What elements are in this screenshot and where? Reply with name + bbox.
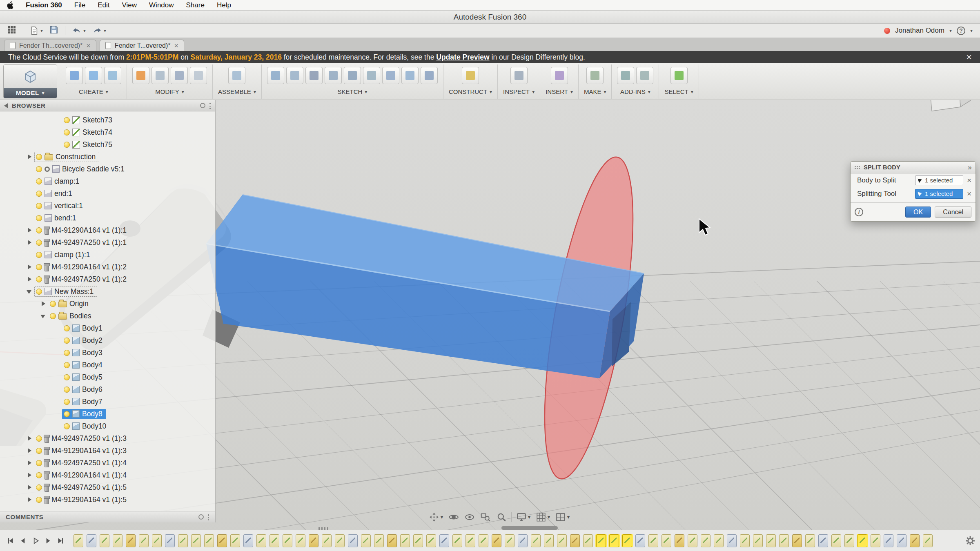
visibility-bulb-icon[interactable] <box>50 313 56 319</box>
ok-button[interactable]: OK <box>905 207 931 218</box>
expand-arrow-icon[interactable] <box>26 447 33 454</box>
sketch-tool-icon[interactable] <box>286 67 303 84</box>
insert-tool-icon[interactable] <box>551 67 568 84</box>
construction-feature-icon[interactable] <box>309 534 318 547</box>
visibility-bulb-icon[interactable] <box>36 203 42 209</box>
browser-item-m4-91290a164-v1-1-4[interactable]: M4-91290A164 v1 (1):4 <box>0 469 215 481</box>
skip-start-icon[interactable] <box>5 535 16 546</box>
browser-item-end-1[interactable]: end:1 <box>0 187 215 200</box>
browser-item-clamp-1[interactable]: clamp:1 <box>0 175 215 187</box>
sketch-feature-icon[interactable] <box>479 534 488 547</box>
sketch-feature-icon[interactable] <box>283 534 292 547</box>
browser-item-m4-91290a164-v1-1-2[interactable]: M4-91290A164 v1 (1):2 <box>0 261 215 273</box>
ribbon-group-label[interactable]: SKETCH <box>337 88 362 95</box>
browser-item-new-mass-1[interactable]: New Mass:1 <box>0 285 215 298</box>
close-tab-icon[interactable]: × <box>174 42 179 49</box>
visibility-bulb-icon[interactable] <box>36 252 42 258</box>
browser-item-body2[interactable]: Body2 <box>0 334 215 347</box>
visibility-bulb-icon[interactable] <box>36 240 42 246</box>
visibility-bulb-icon[interactable] <box>50 301 56 307</box>
modeling-feature-icon[interactable] <box>518 534 528 547</box>
collapse-panel-icon[interactable] <box>4 103 8 108</box>
visibility-bulb-icon[interactable] <box>64 129 70 136</box>
visibility-bulb-icon[interactable] <box>64 362 70 368</box>
sketch-tool-icon[interactable] <box>363 67 380 84</box>
visibility-bulb-icon[interactable] <box>36 178 42 184</box>
panel-grip-icon[interactable] <box>209 102 211 109</box>
sketch-feature-icon[interactable] <box>779 534 789 547</box>
panel-grip-icon[interactable] <box>207 514 209 520</box>
expand-arrow-icon[interactable] <box>26 264 33 271</box>
sketch-feature-icon[interactable] <box>361 534 371 547</box>
modify-tool-icon[interactable] <box>151 67 169 84</box>
expand-arrow-icon[interactable] <box>26 153 33 160</box>
visibility-bulb-icon[interactable] <box>36 264 42 270</box>
menu-share[interactable]: Share <box>186 1 205 9</box>
browser-item-body8[interactable]: Body8 <box>0 408 215 420</box>
modeling-feature-icon[interactable] <box>884 534 893 547</box>
info-icon[interactable]: i <box>855 208 863 216</box>
browser-item-body5[interactable]: Body5 <box>0 371 215 383</box>
sketch-feature-icon[interactable] <box>688 534 697 547</box>
document-tab[interactable]: Fender T...overed)*× <box>100 40 184 51</box>
panel-options-icon[interactable] <box>200 103 205 108</box>
expand-arrow-icon[interactable] <box>26 460 33 467</box>
modeling-feature-icon[interactable] <box>635 534 645 547</box>
browser-header[interactable]: BROWSER <box>0 100 215 111</box>
visibility-bulb-icon[interactable] <box>64 350 70 356</box>
browser-item-body10[interactable]: Body10 <box>0 420 215 432</box>
ribbon-group-label[interactable]: ASSEMBLE <box>218 88 251 95</box>
menu-file[interactable]: File <box>74 1 85 9</box>
browser-item-sketch75[interactable]: Sketch75 <box>0 138 215 151</box>
visibility-bulb-icon[interactable] <box>36 472 42 478</box>
comments-bar[interactable]: COMMENTS <box>0 511 215 522</box>
sketch-feature-icon[interactable] <box>557 534 567 547</box>
expand-arrow-icon[interactable] <box>26 435 33 442</box>
visibility-bulb-icon[interactable] <box>36 448 42 454</box>
visibility-bulb-icon[interactable] <box>64 423 70 429</box>
sketch-feature-icon[interactable] <box>740 534 750 547</box>
browser-item-m4-91290a164-v1-1-1[interactable]: M4-91290A164 v1 (1):1 <box>0 224 215 236</box>
sketch-feature-icon[interactable] <box>204 534 214 547</box>
sketch-tool-icon[interactable] <box>305 67 323 84</box>
browser-item-sketch73[interactable]: Sketch73 <box>0 114 215 126</box>
document-tab[interactable]: Fender Th...covered)*× <box>4 40 96 51</box>
browser-item-body4[interactable]: Body4 <box>0 359 215 371</box>
assemble-tool-icon[interactable] <box>228 67 245 84</box>
highlighted-feature-icon[interactable] <box>622 534 632 547</box>
step-back-icon[interactable] <box>18 535 28 546</box>
close-banner-icon[interactable]: × <box>966 51 972 63</box>
timeline-scrollbar[interactable] <box>501 526 558 530</box>
dialog-title-bar[interactable]: SPLIT BODY » <box>851 162 976 173</box>
pan-icon[interactable]: ▾ <box>428 511 444 523</box>
display-settings-icon[interactable]: ▾ <box>515 511 531 523</box>
clear-selection-icon[interactable]: × <box>967 176 971 184</box>
expand-arrow-icon[interactable] <box>26 227 33 234</box>
collapse-arrow-icon[interactable] <box>26 288 33 295</box>
sketch-feature-icon[interactable] <box>701 534 710 547</box>
sketch-feature-icon[interactable] <box>466 534 475 547</box>
browser-item-bicycle-saddle-v5-1[interactable]: Bicycle Saddle v5:1 <box>0 163 215 175</box>
visibility-bulb-icon[interactable] <box>36 191 42 197</box>
visibility-bulb-icon[interactable] <box>64 411 70 417</box>
panel-options-icon[interactable] <box>198 514 204 520</box>
browser-item-m4-92497a250-v1-1-3[interactable]: M4-92497A250 v1 (1):3 <box>0 432 215 444</box>
save-button[interactable] <box>49 25 58 36</box>
modify-tool-icon[interactable] <box>190 67 207 84</box>
file-menu-button[interactable]: ▾ <box>30 26 43 36</box>
clear-selection-icon[interactable]: × <box>967 190 971 198</box>
redo-button[interactable]: ▾ <box>92 26 106 36</box>
modeling-feature-icon[interactable] <box>165 534 175 547</box>
browser-item-m4-91290a164-v1-1-5[interactable]: M4-91290A164 v1 (1):5 <box>0 493 215 506</box>
sketch-feature-icon[interactable] <box>662 534 671 547</box>
browser-item-body1[interactable]: Body1 <box>0 322 215 334</box>
browser-item-bodies[interactable]: Bodies <box>0 310 215 322</box>
sketch-feature-icon[interactable] <box>400 534 410 547</box>
browser-item-body6[interactable]: Body6 <box>0 383 215 395</box>
expand-arrow-icon[interactable] <box>26 276 33 283</box>
visibility-bulb-icon[interactable] <box>36 227 42 233</box>
visibility-bulb-icon[interactable] <box>64 387 70 393</box>
viewports-icon[interactable]: ▾ <box>555 511 570 523</box>
menu-view[interactable]: View <box>122 1 137 9</box>
inspect-tool-icon[interactable] <box>510 67 528 84</box>
